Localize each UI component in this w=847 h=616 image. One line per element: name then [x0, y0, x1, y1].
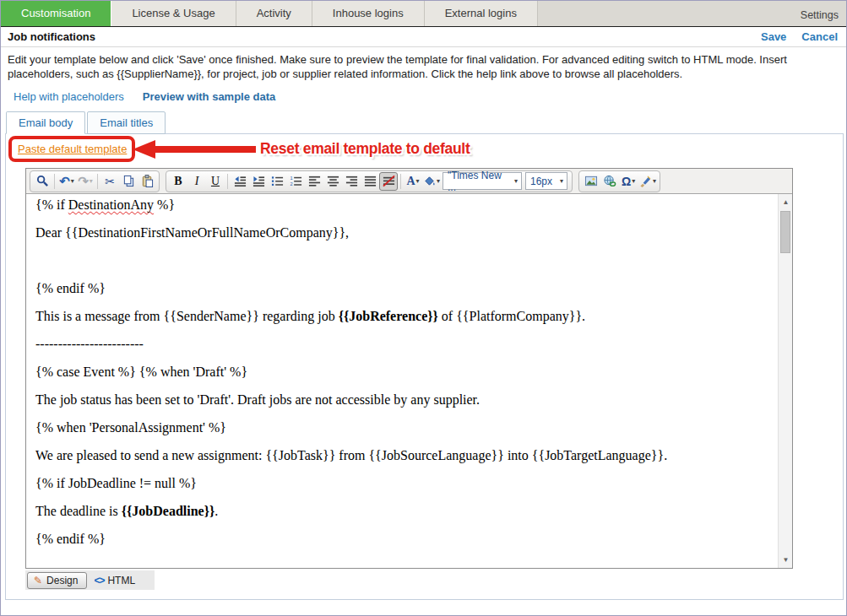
undo-button[interactable]: ↶ ▾: [57, 172, 76, 191]
toolbar-group-insert: Ω ▾ ▾: [578, 170, 660, 192]
format-painter-button[interactable]: ▾: [638, 172, 657, 191]
underline-button[interactable]: U: [206, 172, 225, 191]
align-right-icon: [345, 175, 358, 187]
align-center-button[interactable]: [323, 172, 342, 191]
help-with-placeholders-link[interactable]: Help with placeholders: [14, 90, 124, 103]
tab-license-usage[interactable]: License & Usage: [111, 1, 236, 26]
preview-sample-data-link[interactable]: Preview with sample data: [143, 90, 276, 103]
code-icon: <>: [94, 575, 104, 586]
template-paragraph: We are pleased to send a new assignment:…: [35, 448, 768, 463]
section-header: Job notifications Save Cancel: [1, 26, 846, 47]
email-tab-strip: Email body Email titles: [6, 111, 167, 134]
template-paragraph: {% when 'PersonalAssignment' %}: [35, 420, 768, 435]
justify-icon: [364, 175, 377, 187]
font-color-icon: A: [406, 175, 415, 188]
scroll-thumb[interactable]: [780, 211, 790, 253]
outdent-button[interactable]: [231, 172, 249, 191]
background-color-icon: [423, 175, 436, 187]
outdent-icon: [234, 175, 247, 187]
insert-link-button[interactable]: [600, 172, 619, 191]
paste-icon: [141, 175, 154, 187]
toolbar-group-format: B I U: [166, 170, 573, 192]
underline-icon: U: [211, 175, 220, 188]
bold-icon: B: [174, 175, 182, 188]
svg-text:2: 2: [290, 181, 292, 186]
insert-image-icon: [584, 175, 598, 187]
font-name-dropdown-icon: ▾: [514, 177, 518, 185]
font-name-value: "Times New ...: [448, 170, 511, 193]
template-paragraph: ------------------------: [35, 337, 768, 352]
cut-button[interactable]: ✂: [100, 172, 119, 191]
insert-link-icon: [603, 175, 616, 187]
tab-activity[interactable]: Activity: [236, 1, 312, 26]
annotation-arrow-icon: [133, 140, 155, 159]
font-color-button[interactable]: A ▾: [404, 172, 422, 191]
align-right-button[interactable]: [342, 172, 361, 191]
formatting-marks-button[interactable]: [379, 172, 398, 191]
indent-button[interactable]: [249, 172, 268, 191]
pencil-icon: ✎: [34, 575, 42, 586]
special-char-dropdown-icon: ▾: [632, 177, 635, 185]
align-left-icon: [308, 175, 321, 187]
tab-email-titles[interactable]: Email titles: [87, 111, 166, 134]
scroll-down-button[interactable]: ▼: [779, 553, 793, 567]
editor-scrollbar[interactable]: ▲ ▼: [778, 194, 792, 568]
template-paragraph: {% endif %}: [35, 281, 768, 296]
tab-email-body[interactable]: Email body: [6, 111, 85, 134]
redo-button[interactable]: ↷ ▾: [76, 172, 95, 191]
font-size-select[interactable]: 16px ▾: [525, 172, 567, 190]
email-body-panel: Paste default template Reset email templ…: [5, 133, 844, 600]
scroll-up-button[interactable]: ▲: [779, 195, 793, 209]
italic-icon: I: [195, 175, 199, 188]
html-mode-button[interactable]: <> HTML: [87, 572, 142, 589]
tab-inhouse-logins[interactable]: Inhouse logins: [312, 1, 425, 26]
cancel-button[interactable]: Cancel: [801, 30, 838, 43]
editor-text[interactable]: {% if DestinationAny %}Dear {{Destinatio…: [26, 194, 778, 568]
format-painter-icon: [638, 175, 652, 187]
background-color-button[interactable]: ▾: [422, 172, 441, 191]
template-paragraph: {% case Event %} {% when 'Draft' %}: [35, 365, 768, 380]
insert-image-button[interactable]: [582, 172, 600, 191]
find-icon: [36, 175, 49, 187]
rich-text-editor: ↶ ▾ ↷ ▾ ✂: [25, 168, 793, 569]
template-paragraph: {% endif %}: [35, 532, 768, 547]
editor-mode-bar: ✎ Design <> HTML: [25, 570, 155, 590]
font-name-select[interactable]: "Times New ... ▾: [443, 172, 522, 190]
design-mode-button[interactable]: ✎ Design: [27, 572, 87, 589]
tab-customisation[interactable]: Customisation: [1, 1, 111, 26]
special-char-icon: Ω: [622, 175, 631, 188]
find-button[interactable]: [33, 172, 52, 191]
template-paragraph: {% if JobDeadline != null %}: [35, 476, 768, 491]
justify-button[interactable]: [361, 172, 379, 191]
cut-icon: ✂: [105, 175, 115, 188]
paste-button[interactable]: [138, 172, 156, 191]
save-button[interactable]: Save: [761, 30, 786, 43]
svg-text:1: 1: [290, 176, 292, 181]
html-mode-label: HTML: [107, 575, 135, 586]
tab-external-logins[interactable]: External logins: [425, 1, 538, 26]
helper-links: Help with placeholders Preview with samp…: [14, 90, 275, 103]
template-paragraph: The deadline is {{JobDeadline}}.: [35, 504, 768, 519]
font-size-value: 16px: [530, 176, 552, 187]
annotation-text: Reset email template to default: [260, 140, 470, 158]
numbered-list-button[interactable]: 12: [286, 172, 305, 191]
align-center-icon: [327, 175, 339, 187]
settings-link[interactable]: Settings: [801, 1, 839, 26]
editor-toolbar: ↶ ▾ ↷ ▾ ✂: [26, 169, 792, 194]
template-paragraph: The job status has been set to 'Draft'. …: [35, 392, 768, 408]
design-mode-label: Design: [46, 575, 78, 586]
copy-button[interactable]: [119, 172, 138, 191]
annotation-arrow-tail: [155, 146, 256, 153]
italic-button[interactable]: I: [187, 172, 206, 191]
format-painter-dropdown-icon: ▾: [653, 177, 656, 185]
align-left-button[interactable]: [305, 172, 323, 191]
bold-button[interactable]: B: [169, 172, 187, 191]
undo-icon: ↶: [59, 174, 70, 189]
special-char-button[interactable]: Ω ▾: [619, 172, 638, 191]
template-paragraph: This is a message from {{SenderName}} re…: [35, 309, 768, 324]
template-paragraph: [35, 253, 768, 268]
bullet-list-button[interactable]: [268, 172, 286, 191]
editor-content[interactable]: {% if DestinationAny %}Dear {{Destinatio…: [26, 194, 792, 568]
indent-icon: [252, 175, 265, 187]
paste-default-template-link[interactable]: Paste default template: [18, 143, 127, 155]
